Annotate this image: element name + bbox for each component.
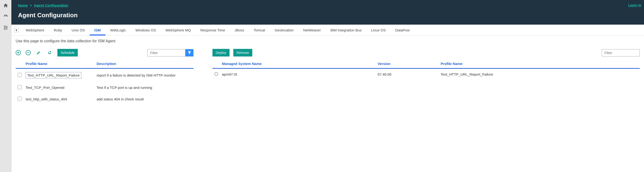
schedule-button[interactable]: Schedule	[58, 49, 78, 57]
breadcrumb-current[interactable]: Agent Configuration	[34, 3, 68, 7]
systems-toolbar: Deploy Remove	[212, 47, 640, 59]
system-name-cell: apm97:IS	[220, 69, 376, 80]
table-row[interactable]: Test_TCP_Port_OpenedTest if a TCP port i…	[16, 82, 194, 93]
page-header: Home > Agent Configuration Agent Configu…	[12, 0, 644, 25]
profile-name-cell: Test_HTTP_URL_Report_Failure	[26, 72, 81, 79]
page-title: Agent Configuration	[18, 11, 637, 19]
breadcrumb-home[interactable]: Home	[18, 3, 28, 7]
tab-bar: WebSphereRubyUnix OSISMWebLogicWindows O…	[12, 25, 644, 36]
refresh-icon[interactable]	[46, 50, 53, 56]
profile-name-cell: Test_TCP_Port_Opened	[26, 86, 64, 89]
instruction-text: Use this page to configure the data coll…	[12, 36, 644, 47]
system-profile-cell: Test_HTTP_URL_Report_Failure	[439, 69, 640, 80]
profiles-header-desc[interactable]: Description	[94, 59, 194, 69]
profile-name-cell: test_http_with_status_404	[26, 97, 67, 101]
systems-header-select	[212, 59, 220, 69]
tab-datapow[interactable]: DataPow	[390, 25, 414, 35]
row-radio[interactable]	[214, 72, 218, 76]
side-rail	[0, 0, 12, 105]
profiles-toolbar: Schedule	[16, 47, 194, 59]
edit-icon[interactable]	[36, 50, 42, 56]
tab-unix-os[interactable]: Unix OS	[67, 25, 90, 35]
table-row[interactable]: apm97:IS07.40.05Test_HTTP_URL_Report_Fai…	[212, 69, 640, 80]
profiles-header-select	[16, 59, 24, 69]
home-icon[interactable]	[2, 2, 9, 9]
content-area: WebSphereRubyUnix OSISMWebLogicWindows O…	[12, 25, 644, 105]
row-checkbox[interactable]	[18, 85, 22, 89]
profile-desc-cell: add status 404 in check result	[94, 93, 194, 105]
deploy-button[interactable]: Deploy	[212, 49, 230, 57]
profile-desc-cell: report if a failure is detected by ISM H…	[94, 69, 194, 82]
tab-jboss[interactable]: JBoss	[230, 25, 249, 35]
profiles-table: Profile Name Description Test_HTTP_URL_R…	[16, 59, 194, 105]
systems-header-profile[interactable]: Profile Name	[439, 59, 640, 69]
settings-sliders-icon[interactable]	[2, 24, 9, 31]
tab-ism[interactable]: ISM	[90, 25, 106, 35]
systems-filter-input[interactable]	[602, 49, 640, 57]
tab-linux-os[interactable]: Linux OS	[366, 25, 390, 35]
tab-windows-os[interactable]: Windows OS	[131, 25, 161, 35]
tab-netweaver[interactable]: NetWeaver	[298, 25, 326, 35]
row-checkbox[interactable]	[18, 97, 22, 101]
remove-icon[interactable]	[26, 50, 31, 55]
system-version-cell: 07.40.05	[376, 69, 439, 80]
tab-ibm-integration-bus[interactable]: IBM Integration Bus	[326, 25, 366, 35]
add-icon[interactable]	[16, 50, 21, 55]
remove-button[interactable]: Remove	[233, 49, 252, 57]
breadcrumb-separator: >	[30, 3, 32, 7]
profiles-panel: Schedule Profile Name Description	[16, 47, 194, 105]
table-row[interactable]: Test_HTTP_URL_Report_Failurereport if a …	[16, 69, 194, 82]
tab-websphere-mq[interactable]: WebSphere MQ	[161, 25, 196, 35]
profiles-filter-button[interactable]	[186, 49, 194, 57]
table-row[interactable]: test_http_with_status_404add status 404 …	[16, 93, 194, 105]
tab-response-time[interactable]: Response Time	[196, 25, 230, 35]
systems-header-name[interactable]: Managed System Name	[220, 59, 376, 69]
tab-geolocation[interactable]: Geolocation	[270, 25, 298, 35]
learn-more-link[interactable]: Learn m	[628, 3, 641, 7]
systems-header-version[interactable]: Version	[376, 59, 439, 69]
systems-table: Managed System Name Version Profile Name…	[212, 59, 640, 80]
tab-ruby[interactable]: Ruby	[49, 25, 67, 35]
breadcrumb: Home > Agent Configuration	[18, 3, 637, 7]
dashboard-icon[interactable]	[2, 13, 9, 20]
row-checkbox[interactable]	[18, 73, 22, 77]
tab-websphere[interactable]: WebSphere	[21, 25, 49, 35]
systems-panel: Deploy Remove Managed System Name Versio…	[212, 47, 640, 105]
tab-weblogic[interactable]: WebLogic	[106, 25, 131, 35]
profile-desc-cell: Test if a TCP port is up and running	[94, 82, 194, 93]
tab-scroll-left[interactable]	[14, 28, 18, 32]
profiles-header-name[interactable]: Profile Name	[24, 59, 94, 69]
profiles-filter-input[interactable]	[148, 49, 186, 57]
tab-tomcat[interactable]: Tomcat	[249, 25, 270, 35]
